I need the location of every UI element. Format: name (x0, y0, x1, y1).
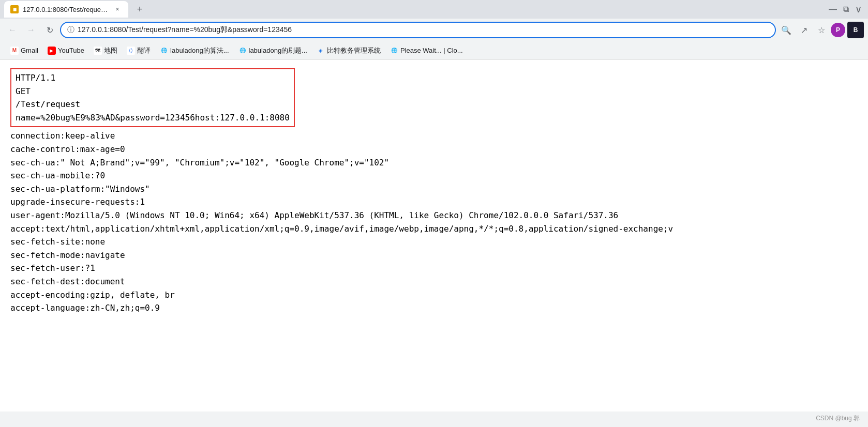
other-headers: connection:keep-alivecache-control:max-a… (10, 129, 858, 314)
bookmark-pleasewait-label: Please Wait... | Clo... (400, 47, 463, 54)
bookmarks-bar: M Gmail ▶ YouTube 🗺 地图 ⟨⟩ 翻译 🌐 labuladon… (0, 41, 868, 60)
header-line-1: cache-control:max-age=0 (10, 143, 858, 156)
bookmark-labuladong2-label: labuladong的刷题... (249, 46, 307, 55)
tab-close-button[interactable]: × (113, 5, 122, 14)
bookmark-bitejiaosu-label: 比特教务管理系统 (327, 46, 381, 55)
gmail-favicon: M (10, 47, 19, 55)
bookmark-gmail-label: Gmail (21, 47, 38, 54)
header-line-4: sec-ch-ua-platform:"Windows" (10, 182, 858, 196)
header-line-11: sec-fetch-dest:document (10, 275, 858, 288)
header-line-5: upgrade-insecure-requests:1 (10, 195, 858, 209)
bookmark-translate[interactable]: ⟨⟩ 翻译 (123, 44, 155, 57)
title-bar: ◼ 127.0.0.1:8080/Test/request?n... × + —… (0, 0, 868, 19)
bookmark-button[interactable]: ☆ (813, 22, 830, 38)
nav-actions: 🔍 ↗ ☆ P B (778, 22, 864, 38)
line-http: HTTP/1.1 (16, 71, 290, 85)
bookmark-maps[interactable]: 🗺 地图 (89, 44, 122, 57)
header-line-2: sec-ch-ua:" Not A;Brand";v="99", "Chromi… (10, 156, 858, 170)
header-line-8: sec-fetch-site:none (10, 235, 858, 249)
new-tab-button[interactable]: + (132, 2, 147, 17)
header-line-7: accept:text/html,application/xhtml+xml,a… (10, 222, 858, 236)
maps-favicon: 🗺 (94, 47, 102, 55)
bookmark-labuladong1[interactable]: 🌐 labuladong的算法... (156, 44, 233, 57)
profile-avatar[interactable]: P (831, 23, 845, 37)
labuladong1-favicon: 🌐 (160, 47, 168, 55)
header-line-0: connection:keep-alive (10, 129, 858, 143)
page-content: HTTP/1.1 GET /Test/request name=%20bug%E… (0, 60, 868, 411)
lock-icon: ⓘ (67, 25, 74, 35)
bookmark-youtube-label: YouTube (58, 47, 84, 54)
highlighted-request-box: HTTP/1.1 GET /Test/request name=%20bug%E… (10, 68, 295, 127)
header-line-6: user-agent:Mozilla/5.0 (Windows NT 10.0;… (10, 209, 858, 222)
tab-title: 127.0.0.1:8080/Test/request?n... (23, 6, 109, 13)
line-path: /Test/request (16, 98, 290, 111)
labuladong2-favicon: 🌐 (238, 47, 247, 55)
footer-text: CSDN @bug 郭 (816, 414, 860, 423)
bookmark-pleasewait[interactable]: 🌐 Please Wait... | Clo... (386, 44, 467, 57)
header-line-13: accept-language:zh-CN,zh;q=0.9 (10, 301, 858, 315)
translate-favicon: ⟨⟩ (127, 47, 135, 55)
bookmark-labuladong2[interactable]: 🌐 labuladong的刷题... (234, 44, 311, 57)
pleasewait-favicon: 🌐 (390, 47, 398, 55)
bookmark-youtube[interactable]: ▶ YouTube (43, 44, 88, 57)
search-button[interactable]: 🔍 (778, 22, 795, 38)
url-text: 127.0.0.1:8080/Test/request?name=%20bug郭… (78, 25, 769, 35)
header-line-9: sec-fetch-mode:navigate (10, 249, 858, 262)
reload-button[interactable]: ↻ (41, 22, 58, 38)
bitejiaosu-favicon: ◈ (317, 47, 325, 55)
minimize-button[interactable]: — (827, 5, 839, 14)
share-button[interactable]: ↗ (796, 22, 812, 38)
window-controls: — ⧉ ∨ (827, 4, 864, 15)
header-line-12: accept-encoding:gzip, deflate, br (10, 288, 858, 302)
header-line-10: sec-fetch-user:?1 (10, 262, 858, 275)
header-line-3: sec-ch-ua-mobile:?0 (10, 169, 858, 182)
address-bar[interactable]: ⓘ 127.0.0.1:8080/Test/request?name=%20bu… (60, 22, 776, 38)
back-button[interactable]: ← (4, 22, 21, 38)
line-query: name=%20bug%E9%83%AD&password=123456host… (16, 111, 290, 125)
bookmark-bitejiaosu[interactable]: ◈ 比特教务管理系统 (312, 44, 385, 57)
tab-favicon: ◼ (10, 5, 19, 13)
bookmark-translate-label: 翻译 (137, 46, 151, 55)
youtube-favicon: ▶ (48, 47, 56, 55)
active-tab[interactable]: ◼ 127.0.0.1:8080/Test/request?n... × (4, 1, 128, 18)
line-method: GET (16, 85, 290, 98)
bookmark-labuladong1-label: labuladong的算法... (170, 46, 229, 55)
forward-button[interactable]: → (23, 22, 39, 38)
restore-button[interactable]: ⧉ (841, 5, 851, 14)
close-button[interactable]: ∨ (853, 4, 864, 15)
extension-button[interactable]: B (847, 22, 864, 38)
bookmark-maps-label: 地图 (104, 46, 117, 55)
navigation-bar: ← → ↻ ⓘ 127.0.0.1:8080/Test/request?name… (0, 19, 868, 41)
bookmark-gmail[interactable]: M Gmail (6, 44, 42, 57)
